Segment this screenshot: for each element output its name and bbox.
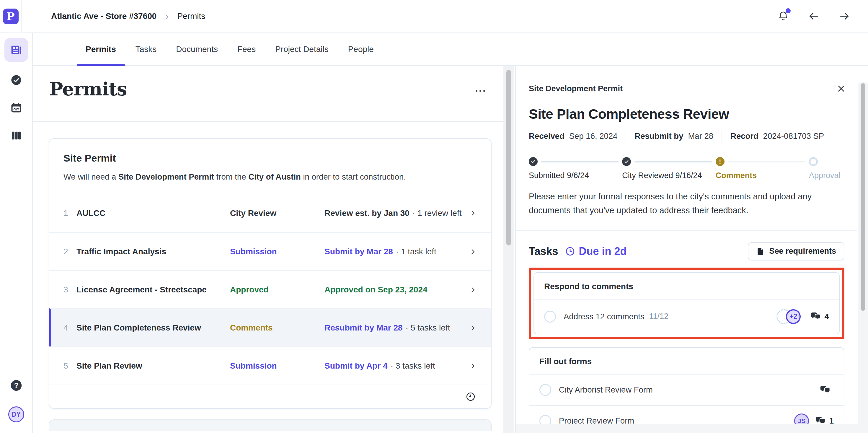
tab-project-details[interactable]: Project Details xyxy=(266,33,337,65)
task-row-address-comments[interactable]: Address 12 comments 11/12 +2 xyxy=(534,299,839,334)
permits-list-panel: Permits Site Permit We will need a Site … xyxy=(33,66,503,433)
app-window: P Atlantic Ave - Store #37600 › Permits xyxy=(0,0,868,433)
chevron-right-icon xyxy=(469,324,477,332)
permit-row-license-agreement[interactable]: 3 License Agreement - Streetscape Approv… xyxy=(49,270,491,308)
due-badge: Due in 2d xyxy=(579,245,626,258)
arrow-left-icon xyxy=(808,10,819,22)
permit-row-traffic-impact[interactable]: 2 Traffic Impact Analysis Submission Sub… xyxy=(49,232,491,270)
close-icon xyxy=(836,84,846,94)
chevron-right-icon xyxy=(469,209,477,218)
rail-item-calendar[interactable] xyxy=(4,96,28,120)
check-circle-icon xyxy=(10,74,23,86)
document-icon xyxy=(756,247,765,256)
right-panel-scrollbar-thumb[interactable] xyxy=(861,83,865,311)
meta-resubmit-by: Resubmit byMar 28 xyxy=(634,132,713,141)
project-tabs: Permits Tasks Documents Fees Project Det… xyxy=(33,33,868,66)
breadcrumb-chevron-icon: › xyxy=(165,11,168,21)
top-bar: P Atlantic Ave - Store #37600 › Permits xyxy=(0,0,868,33)
tab-documents[interactable]: Documents xyxy=(167,33,227,65)
logo-cell: P xyxy=(0,0,22,32)
user-avatar[interactable]: DY xyxy=(8,406,24,422)
breadcrumb: Atlantic Ave - Store #37600 › Permits xyxy=(51,11,205,21)
task-group-title: Respond to comments xyxy=(534,273,839,299)
more-dots-icon xyxy=(476,90,477,92)
comment-bubbles-icon xyxy=(810,312,822,322)
more-options-button[interactable] xyxy=(474,88,487,94)
next-permit-card-stub[interactable] xyxy=(49,420,492,431)
newspaper-icon xyxy=(9,43,23,57)
breadcrumb-project-link[interactable]: Atlantic Ave - Store #37600 xyxy=(51,11,156,21)
meta-record: Record2024-081703 SP xyxy=(731,132,824,141)
status-stepper: Submitted 9/6/24 City Reviewed 9/16/24 !… xyxy=(529,157,844,180)
comments-button[interactable]: 4 xyxy=(810,312,829,322)
see-requirements-button[interactable]: See requirements xyxy=(748,242,844,261)
close-panel-button[interactable] xyxy=(835,82,847,95)
section-divider xyxy=(516,230,857,231)
left-panel-scrollbar-thumb[interactable] xyxy=(506,70,511,246)
tab-tasks[interactable]: Tasks xyxy=(127,33,166,65)
navigate-forward-button[interactable] xyxy=(837,9,851,23)
task-row-right: +2 4 xyxy=(776,309,829,324)
permit-row-site-plan-review[interactable]: 5 Site Plan Review Submission Submit by … xyxy=(49,346,491,384)
step-pending-icon xyxy=(809,157,818,166)
step-connector xyxy=(634,161,712,163)
permit-type-label: Site Development Permit xyxy=(529,84,623,93)
avatar-initials: DY xyxy=(11,410,21,418)
rail-item-tasks[interactable] xyxy=(4,68,28,92)
status-badge: Submission xyxy=(230,247,324,256)
task-row-city-arborist-form[interactable]: City Arborist Review Form xyxy=(529,375,844,405)
permit-name: License Agreement - Streetscape xyxy=(76,285,230,294)
task-label: Address 12 comments xyxy=(564,312,645,321)
app-logo[interactable]: P xyxy=(3,8,19,24)
task-label: City Arborist Review Form xyxy=(559,385,653,395)
question-mark-icon: ? xyxy=(9,379,23,392)
tab-people[interactable]: People xyxy=(339,33,383,65)
tab-permits[interactable]: Permits xyxy=(77,33,125,65)
permit-row-site-plan-completeness[interactable]: 4 Site Plan Completeness Review Comments… xyxy=(49,308,491,346)
page-header: Permits xyxy=(33,66,503,122)
site-permit-description: We will need a Site Development Permit f… xyxy=(63,172,477,182)
task-checkbox[interactable] xyxy=(544,311,556,322)
comment-bubbles-icon xyxy=(819,385,831,395)
step-submitted: Submitted 9/6/24 xyxy=(529,157,622,180)
columns-icon xyxy=(10,129,23,142)
tasks-heading: Tasks xyxy=(529,245,558,258)
help-button[interactable]: ? xyxy=(8,377,24,394)
meta-divider xyxy=(721,129,722,143)
row-number: 2 xyxy=(63,247,76,256)
task-row-right xyxy=(819,385,834,395)
permit-row-aulcc[interactable]: 1 AULCC City Review Review est. by Jan 3… xyxy=(49,194,491,232)
chevron-right-icon xyxy=(469,286,477,294)
status-badge: Approved xyxy=(230,285,324,294)
page-title: Permits xyxy=(49,78,127,100)
detail-header-row: Site Development Permit xyxy=(529,82,844,95)
rail-item-permits[interactable] xyxy=(4,38,28,62)
navigate-back-button[interactable] xyxy=(807,9,821,23)
tab-fees[interactable]: Fees xyxy=(228,33,265,65)
row-number: 1 xyxy=(63,208,76,218)
avatar-overflow-badge[interactable]: +2 xyxy=(786,309,801,324)
notification-dot xyxy=(786,8,790,13)
status-badge: Submission xyxy=(230,361,324,371)
step-label: Submitted 9/6/24 xyxy=(529,171,622,180)
step-check-icon xyxy=(529,157,538,166)
step-label: Comments xyxy=(716,171,809,180)
left-panel-scrollbar-track[interactable] xyxy=(503,66,514,433)
task-checkbox[interactable] xyxy=(539,384,551,396)
comments-button[interactable] xyxy=(819,385,834,395)
step-label: City Reviewed 9/16/24 xyxy=(622,171,715,180)
calendar-icon xyxy=(10,101,23,114)
permit-name: Site Plan Completeness Review xyxy=(76,323,230,333)
notifications-button[interactable] xyxy=(776,9,790,23)
site-permit-title: Site Permit xyxy=(63,152,477,164)
history-button[interactable] xyxy=(464,391,477,403)
comment-count: 4 xyxy=(824,312,829,321)
see-requirements-label: See requirements xyxy=(769,247,836,256)
svg-text:?: ? xyxy=(14,381,18,389)
step-connector xyxy=(541,161,619,163)
rail-item-board[interactable] xyxy=(4,124,28,147)
right-panel-scrollbar-track[interactable] xyxy=(858,82,868,433)
step-warning-icon: ! xyxy=(716,157,724,166)
topbar-actions xyxy=(776,9,851,23)
arrow-right-icon xyxy=(838,10,850,22)
